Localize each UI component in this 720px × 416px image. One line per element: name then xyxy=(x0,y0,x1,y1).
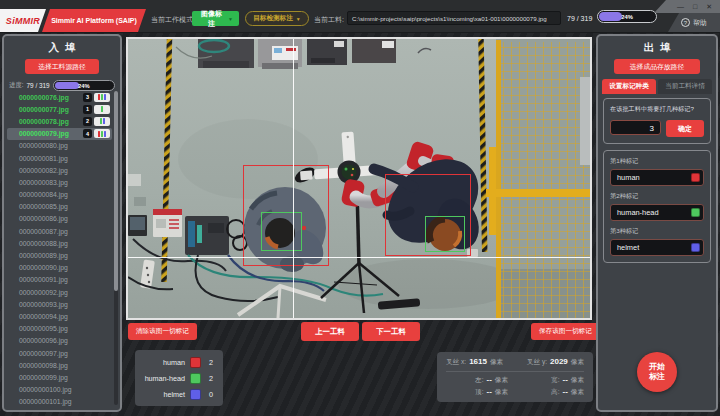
color-bar xyxy=(100,118,102,124)
legend-count: 2 xyxy=(206,374,216,383)
file-list-item[interactable]: 0000000078.jpg2 xyxy=(7,115,112,127)
file-name: 0000000094.jpg xyxy=(19,313,110,320)
import-panel: 入埠 选择工料源路径 进度: 79 / 319 24% 0000000076.j… xyxy=(2,34,122,412)
progress-counter: 79 / 319 xyxy=(27,82,50,89)
coordinate-value: -- xyxy=(562,375,567,384)
save-annotations-button[interactable]: 保存该图一切标记 xyxy=(531,323,600,340)
file-list-item[interactable]: 0000000076.jpg3 xyxy=(7,91,112,103)
color-bar xyxy=(98,131,100,137)
coordinate-cell: 高:--像素 xyxy=(522,387,584,397)
start-annotation-button[interactable]: 开始 标注 xyxy=(637,352,677,392)
mark-count-input[interactable]: 3 xyxy=(610,120,661,135)
crosshair-vertical xyxy=(293,39,294,318)
file-list-item[interactable]: 0000000094.jpg xyxy=(7,310,112,322)
minimize-icon[interactable]: — xyxy=(677,3,684,10)
previous-file-button[interactable]: 上一工料 xyxy=(301,322,359,341)
file-name: 0000000095.jpg xyxy=(19,325,110,332)
mark-definitions-group: 第1种标记human第2种标记human-head第3种标记helmet xyxy=(603,150,711,263)
mark-ordinal-label: 第1种标记 xyxy=(610,157,704,166)
coordinate-cell: 左:--像素 xyxy=(446,375,508,385)
mark-color-swatch[interactable] xyxy=(691,243,700,252)
file-list-item[interactable]: 0000000097.jpg xyxy=(7,347,112,359)
file-name: 0000000090.jpg xyxy=(19,264,110,271)
mark-count-question: 在该批工料中将要打几种标记? xyxy=(610,105,704,114)
crosshair-horizontal xyxy=(128,257,590,258)
mark-name-input[interactable]: human-head xyxy=(610,204,704,221)
file-list-item[interactable]: 00000000100.jpg xyxy=(7,384,112,396)
file-name: 0000000078.jpg xyxy=(19,118,83,125)
crosshair-x-label: 叉丝 x: xyxy=(446,358,466,367)
file-list-item[interactable]: 0000000077.jpg1 xyxy=(7,103,112,115)
file-name: 0000000098.jpg xyxy=(19,362,110,369)
file-name: 0000000077.jpg xyxy=(19,106,83,113)
progress-label: 进度: xyxy=(9,81,24,90)
bounding-box-human-head[interactable] xyxy=(261,212,302,251)
tab-current-file-details[interactable]: 当前工料详情 xyxy=(658,79,712,94)
app-title: Simmir AI Platform (SAIP) xyxy=(42,9,146,32)
next-file-button[interactable]: 下一工料 xyxy=(362,322,420,341)
help-button[interactable]: ? 帮助 xyxy=(668,13,720,32)
file-name: 00000000101.jpg xyxy=(19,398,110,405)
file-list-item[interactable]: 0000000089.jpg xyxy=(7,249,112,261)
file-list-item[interactable]: 0000000087.jpg xyxy=(7,225,112,237)
file-list-item[interactable]: 0000000093.jpg xyxy=(7,298,112,310)
coordinate-value: -- xyxy=(486,387,491,396)
file-list-item[interactable]: 00000000101.jpg xyxy=(7,396,112,406)
app-root: SiMMIR Simmir AI Platform (SAIP) 当前工作模式:… xyxy=(0,0,720,416)
file-list-item[interactable]: 0000000092.jpg xyxy=(7,286,112,298)
file-list-item[interactable]: 0000000095.jpg xyxy=(7,323,112,335)
mark-definition: 第2种标记human-head xyxy=(610,192,704,221)
file-list-item[interactable]: 0000000082.jpg xyxy=(7,164,112,176)
color-bar xyxy=(104,94,106,100)
import-panel-title: 入埠 xyxy=(4,36,120,55)
legend-count: 2 xyxy=(206,358,216,367)
file-list-item[interactable]: 0000000081.jpg xyxy=(7,152,112,164)
file-list-item[interactable]: 0000000099.jpg xyxy=(7,371,112,383)
tab-set-mark-types[interactable]: 设置标记种类 xyxy=(602,79,656,94)
progress-percent: 24% xyxy=(54,81,114,90)
annotation-colors-chip xyxy=(94,93,110,102)
export-panel: 出埠 选择成品存放路径 设置标记种类当前工料详情 在该批工料中将要打几种标记? … xyxy=(596,34,718,412)
mark-color-swatch[interactable] xyxy=(691,208,700,217)
file-list-item[interactable]: 0000000084.jpg xyxy=(7,189,112,201)
mode-image-annotation-dropdown[interactable]: 图像标注 ▼ xyxy=(192,11,239,26)
coordinate-value: -- xyxy=(562,387,567,396)
file-list-item[interactable]: 0000000090.jpg xyxy=(7,262,112,274)
close-icon[interactable]: ✕ xyxy=(706,3,712,10)
color-bar xyxy=(101,94,103,100)
chevron-down-icon: ▼ xyxy=(296,16,301,22)
mode-detection-dropdown[interactable]: 目标检测标注 ▼ xyxy=(245,11,309,26)
maximize-icon[interactable]: □ xyxy=(693,3,697,10)
file-name: 0000000093.jpg xyxy=(19,301,110,308)
current-file-label: 当前工料: xyxy=(314,15,344,25)
mark-color-swatch[interactable] xyxy=(691,173,700,182)
confirm-button[interactable]: 确定 xyxy=(666,120,704,137)
bounding-box-human-head[interactable] xyxy=(425,216,465,252)
mark-name-input[interactable]: helmet xyxy=(610,239,704,256)
current-file-path[interactable]: C:\simmir-projects\saip\projects\s1\inco… xyxy=(347,11,561,25)
file-name: 0000000081.jpg xyxy=(19,155,110,162)
question-mark-icon: ? xyxy=(681,18,690,27)
color-bar xyxy=(98,94,100,100)
file-list-item[interactable]: 0000000096.jpg xyxy=(7,335,112,347)
file-list-item[interactable]: 0000000098.jpg xyxy=(7,359,112,371)
mark-name-input[interactable]: human xyxy=(610,169,704,186)
file-name: 0000000097.jpg xyxy=(19,350,110,357)
file-list-item[interactable]: 0000000091.jpg xyxy=(7,274,112,286)
select-source-path-button[interactable]: 选择工料源路径 xyxy=(25,59,99,74)
file-list-item[interactable]: 0000000088.jpg xyxy=(7,237,112,249)
file-list-item[interactable]: 0000000080.jpg xyxy=(7,140,112,152)
clear-annotations-button[interactable]: 清除该图一切标记 xyxy=(128,323,197,340)
file-list-scrollbar-thumb[interactable] xyxy=(114,91,118,291)
file-name: 0000000091.jpg xyxy=(19,276,110,283)
file-name: 0000000084.jpg xyxy=(19,191,110,198)
select-output-path-button[interactable]: 选择成品存放路径 xyxy=(614,59,700,74)
mark-ordinal-label: 第2种标记 xyxy=(610,192,704,201)
coordinate-cell: 宽:--像素 xyxy=(522,375,584,385)
file-list-item[interactable]: 0000000085.jpg xyxy=(7,201,112,213)
file-list-item[interactable]: 0000000079.jpg4 xyxy=(7,128,112,140)
coordinate-label: 左: xyxy=(475,376,483,385)
file-list-item[interactable]: 0000000086.jpg xyxy=(7,213,112,225)
annotation-canvas[interactable] xyxy=(126,37,592,320)
file-list-item[interactable]: 0000000083.jpg xyxy=(7,176,112,188)
